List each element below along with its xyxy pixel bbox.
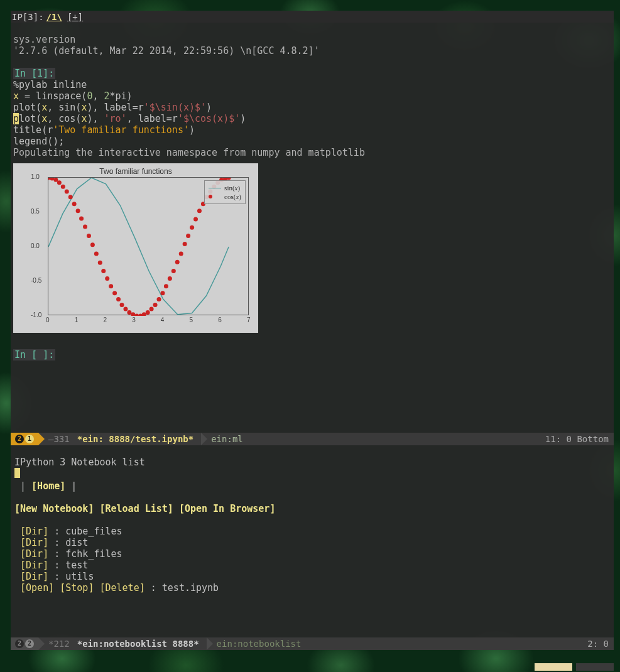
c1-l4c: , cos( [47,113,81,124]
svg-point-14 [98,261,102,265]
plot-output: Two familiar functions sin(x) cos(x) -1.… [13,163,258,333]
c1-l4f: 'ro' [104,113,127,124]
home-link[interactable]: [Home] [31,480,65,492]
stop-button[interactable]: [Stop] [60,582,94,593]
svg-point-11 [87,234,91,238]
ml2-buffer[interactable]: *ein:notebooklist 8888* [73,637,203,650]
svg-point-16 [105,276,109,281]
tab-add[interactable]: [+] [67,12,83,22]
dir-tag[interactable]: [Dir] [20,560,48,571]
svg-point-21 [123,307,128,312]
ml1-buffer[interactable]: *ein: 8888/test.ipynb* [73,433,197,445]
cell2[interactable]: In [ ]: [11,338,614,372]
ml2-mode: ein:notebooklist [213,637,305,650]
svg-point-36 [179,252,183,256]
ml2-right: 2: 0 [587,639,614,649]
dir-name[interactable]: cube_files [65,526,122,537]
c1-l5b: 'Two familiar functions' [53,124,189,136]
modeline-top: 21 — 331 *ein: 8888/test.ipynb* ein:ml 1… [11,433,614,445]
svg-point-12 [90,242,95,247]
legend-sin: sin(x) [209,184,241,192]
svg-point-23 [131,312,135,316]
tab-line: IP[3]: /1\ [+] [11,11,614,23]
c1-l4b: x [41,113,47,124]
file-name[interactable]: test.ipynb [162,582,219,593]
c1-l3a: plot( [13,102,41,113]
open-browser-button[interactable]: [Open In Browser] [179,503,276,514]
c1-l5c: ) [189,124,195,136]
tray-widgets [535,663,614,671]
c1-l4h: '$\cos(x)$' [178,113,240,124]
tray-widget[interactable] [535,663,572,671]
cursor: p [13,113,19,124]
code-area[interactable]: sys.version '2.7.6 (default, Mar 22 2014… [11,23,614,158]
svg-point-31 [160,291,165,295]
svg-point-17 [109,284,113,288]
svg-point-3 [57,180,62,185]
emacs-frame: IP[3]: /1\ [+] sys.version '2.7.6 (defau… [11,11,614,653]
svg-point-28 [150,307,154,312]
tab-active[interactable]: /1\ [46,12,62,22]
svg-point-20 [120,303,124,307]
ml1-mode: ein:ml [207,433,247,445]
svg-point-33 [168,276,172,281]
new-notebook-button[interactable]: [New Notebook] [14,503,94,514]
arrow-icon [38,637,45,650]
dir-name[interactable]: fchk_files [65,548,122,560]
c1-l6: legend(); [13,136,64,147]
c1-l2f: *pi) [110,90,133,102]
svg-point-18 [112,291,117,295]
arrow-icon [201,433,207,445]
svg-point-40 [193,217,198,222]
dir-tag[interactable]: [Dir] [20,537,48,548]
ml1-b2: 2 [15,435,24,443]
c1-l2e: 2 [104,90,110,102]
dir-tag[interactable]: [Dir] [20,526,48,537]
svg-point-15 [101,269,106,273]
arrow-icon [38,433,45,445]
svg-point-22 [127,310,131,315]
c1-l1: %pylab inline [13,79,87,90]
cos-series [48,178,231,316]
c1-l4e: ), [87,113,104,124]
svg-point-10 [83,225,87,229]
cell2-prompt: In [ ]: [13,349,55,360]
svg-point-4 [61,185,65,189]
c1-l5a: title(r [13,124,53,136]
ml2-star: * 212 [45,637,73,650]
tray-widget[interactable] [576,663,614,671]
svg-point-24 [134,314,139,317]
ml2-b2a: 2 [15,639,24,648]
c1-l3e: ), label=r [87,102,143,113]
svg-point-32 [164,284,168,288]
ml2-b2b: 2 [25,639,34,648]
svg-point-41 [197,209,202,213]
svg-point-30 [157,297,161,301]
svg-point-29 [153,303,158,307]
svg-point-37 [183,242,187,246]
svg-point-13 [94,252,99,256]
dir-name[interactable]: test [65,560,88,571]
nblist-title: IPython 3 Notebook list [14,457,145,468]
c1-l4g: , label=r [127,113,178,124]
svg-point-7 [72,202,77,206]
dir-name[interactable]: dist [65,537,88,548]
c1-l3g: ) [206,102,212,113]
open-button[interactable]: [Open] [20,582,54,593]
reload-list-button[interactable]: [Reload List] [99,503,173,514]
dir-tag[interactable]: [Dir] [20,571,48,582]
notebooklist-buffer[interactable]: IPython 3 Notebook list | [Home] | [New … [11,445,614,637]
svg-point-9 [79,216,84,220]
ml1-right: 11: 0 Bottom [545,434,614,444]
ml1-badges: 21 [11,433,38,445]
ml1-b1: 1 [25,435,34,443]
c1-l4a: lot( [19,113,41,124]
dir-tag[interactable]: [Dir] [20,548,48,560]
delete-button[interactable]: [Delete] [99,582,144,593]
cell0-output: '2.7.6 (default, Mar 22 2014, 22:59:56) … [13,45,320,57]
notebook-buffer[interactable]: IP[3]: /1\ [+] sys.version '2.7.6 (defau… [11,11,614,433]
dir-name[interactable]: utils [65,571,94,582]
c1-l2d: , [92,90,104,102]
svg-point-27 [146,310,150,315]
legend: sin(x) cos(x) [204,180,246,204]
